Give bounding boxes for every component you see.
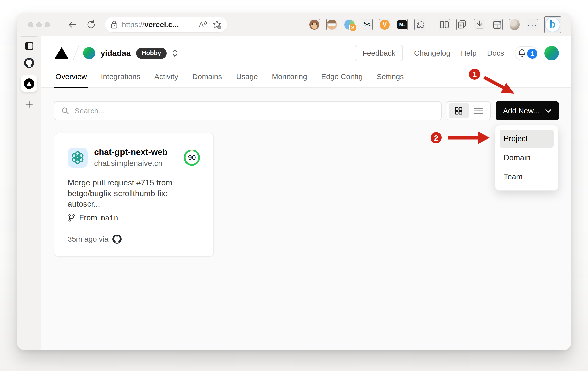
project-names: chat-gpt-next-web chat.simplenaive.cn: [94, 147, 183, 168]
dropdown-item-domain[interactable]: Domain: [500, 149, 554, 167]
bing-chat-button[interactable]: b: [544, 16, 561, 33]
tab-domains[interactable]: Domains: [191, 70, 223, 87]
list-view-button[interactable]: [469, 103, 489, 118]
docs-link[interactable]: Docs: [487, 49, 504, 57]
github-icon: [112, 235, 122, 244]
latest-commit-message[interactable]: Merge pull request #715 from betgo/bugfi…: [68, 177, 200, 209]
browser-toolbar: https://vercel.c... A 2 ✂ V M↓: [17, 13, 571, 36]
browser-profile-button[interactable]: [509, 19, 520, 30]
tab-activity[interactable]: Activity: [153, 70, 179, 87]
vercel-triangle-icon: [26, 81, 32, 86]
toolbar-divider: [432, 19, 432, 30]
tab-integrations[interactable]: Integrations: [100, 70, 141, 87]
feedback-button[interactable]: Feedback: [355, 45, 403, 61]
search-icon: [61, 107, 70, 115]
v-circle-icon: V: [380, 20, 390, 30]
bell-icon: [518, 49, 526, 57]
user-avatar[interactable]: [544, 46, 559, 60]
branch-row: From main: [68, 213, 200, 222]
star-plus-icon: [212, 20, 222, 29]
split-screen-button[interactable]: [439, 19, 450, 30]
tampermonkey-extension-button[interactable]: [309, 19, 320, 30]
url-host: vercel.c...: [144, 20, 179, 29]
monkey-icon: [309, 20, 319, 30]
refresh-icon: [86, 20, 96, 30]
search-input[interactable]: [75, 107, 435, 115]
tab-usage[interactable]: Usage: [235, 70, 259, 87]
zoom-window-button[interactable]: [45, 22, 50, 27]
tab-monitoring[interactable]: Monitoring: [271, 70, 308, 87]
score-value: 90: [183, 149, 200, 166]
add-new-button[interactable]: Add New...: [496, 101, 559, 120]
markdown-icon: M↓: [397, 20, 407, 29]
scissors-icon: ✂: [363, 20, 371, 29]
vertical-tabs-sidebar: [17, 36, 41, 350]
vercel-page: yidadaa Hobby Feedback Changelog Help Do…: [41, 36, 571, 350]
new-tab-button[interactable]: [25, 100, 33, 108]
grid-view-icon: [454, 107, 463, 115]
tab-edge-config[interactable]: Edge Config: [320, 70, 364, 87]
browser-main: yidadaa Hobby Feedback Changelog Help Do…: [17, 36, 571, 350]
dropdown-item-project[interactable]: Project: [500, 130, 554, 148]
ellipsis-icon: ···: [527, 20, 537, 30]
clipper-extension-button[interactable]: ✂: [362, 19, 373, 30]
close-window-button[interactable]: [28, 22, 33, 27]
tab-vercel-active[interactable]: [21, 75, 37, 92]
browser-essentials-button[interactable]: [492, 19, 503, 30]
dropdown-item-team[interactable]: Team: [500, 168, 554, 186]
notifications-button[interactable]: 1: [515, 46, 537, 60]
minimize-window-button[interactable]: [36, 22, 42, 27]
downloads-button[interactable]: [474, 19, 485, 30]
duo-extension-button[interactable]: 2: [344, 19, 355, 30]
bing-letter: b: [550, 19, 556, 30]
team-avatar: [83, 47, 95, 59]
project-title[interactable]: chat-gpt-next-web: [94, 147, 183, 157]
extensions-menu-button[interactable]: [414, 19, 425, 30]
team-switcher-button[interactable]: [171, 48, 179, 58]
download-icon: [475, 20, 484, 30]
help-link[interactable]: Help: [461, 49, 477, 57]
tab-settings[interactable]: Settings: [376, 70, 405, 87]
collections-button[interactable]: [456, 19, 467, 30]
read-aloud-label: A: [199, 21, 204, 29]
browser-window: https://vercel.c... A 2 ✂ V M↓: [17, 13, 571, 350]
project-domain[interactable]: chat.simplenaive.cn: [94, 159, 183, 168]
add-favorite-button[interactable]: [212, 20, 222, 29]
branch-name[interactable]: main: [101, 214, 118, 222]
tab-overview[interactable]: Overview: [54, 70, 88, 87]
from-label: From: [79, 213, 97, 222]
v-extension-button[interactable]: V: [379, 19, 390, 30]
url-text: https://vercel.c...: [122, 20, 199, 29]
tab-github[interactable]: [24, 58, 34, 68]
sidebar-panel-icon: [25, 42, 34, 50]
read-aloud-button[interactable]: A: [199, 21, 208, 29]
dashboard-tabs: Overview Integrations Activity Domains U…: [54, 70, 559, 87]
toggle-vertical-tabs-button[interactable]: [25, 42, 34, 50]
grid-view-button[interactable]: [449, 103, 469, 118]
add-new-dropdown: Project Domain Team: [495, 125, 558, 191]
project-card[interactable]: chat-gpt-next-web chat.simplenaive.cn 90: [54, 133, 214, 257]
essentials-icon: [492, 20, 502, 30]
team-name[interactable]: yidadaa: [101, 49, 131, 58]
more-options-button[interactable]: ···: [527, 19, 538, 30]
refresh-button[interactable]: [86, 20, 96, 30]
desktop-background: https://vercel.c... A 2 ✂ V M↓: [0, 0, 588, 371]
breadcrumb: yidadaa Hobby Feedback Changelog Help Do…: [54, 36, 559, 70]
markdown-extension-button[interactable]: M↓: [397, 19, 408, 30]
address-bar[interactable]: https://vercel.c... A: [105, 17, 227, 32]
tabs-divider: [22, 94, 37, 94]
bing-icon: b: [545, 17, 560, 32]
openai-logo-icon: [68, 148, 88, 168]
profile-extension-button[interactable]: [326, 19, 337, 30]
breadcrumb-slash: [73, 45, 79, 61]
plan-badge: Hobby: [136, 48, 167, 59]
deployed-time: 35m ago via: [68, 235, 108, 243]
extensions-row: 2 ✂ V M↓: [234, 16, 561, 33]
lighthouse-score[interactable]: 90: [183, 149, 200, 166]
changelog-link[interactable]: Changelog: [414, 49, 450, 57]
back-button[interactable]: [67, 20, 77, 29]
notification-count-badge: 1: [527, 49, 537, 59]
puzzle-icon: [415, 20, 425, 30]
back-arrow-icon: [67, 20, 77, 29]
vercel-logo[interactable]: [54, 47, 69, 59]
